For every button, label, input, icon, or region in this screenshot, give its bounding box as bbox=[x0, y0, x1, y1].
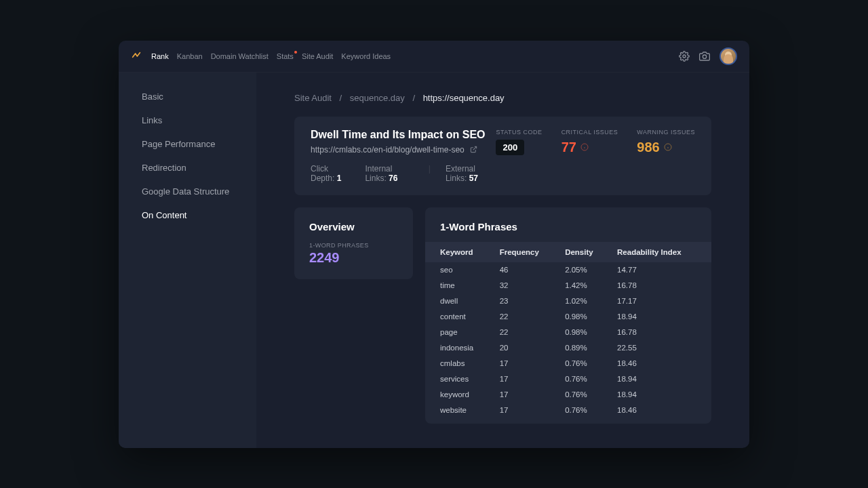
content: Overview 1-WORD PHRASES 2249 1-Word Phra… bbox=[294, 207, 711, 424]
nav-link-keyword-ideas[interactable]: Keyword Ideas bbox=[341, 52, 391, 60]
gear-icon[interactable] bbox=[679, 51, 690, 62]
cell: 0.98% bbox=[557, 325, 609, 340]
cell: 17 bbox=[492, 387, 557, 403]
warning-issues-metric: WARNING ISSUES 986 bbox=[637, 129, 695, 155]
sidebar-item-page-performance[interactable]: Page Performance bbox=[119, 132, 256, 156]
cell: 17.17 bbox=[609, 293, 711, 309]
info-icon[interactable] bbox=[664, 143, 672, 151]
table-row: content220.98%18.94 bbox=[425, 309, 711, 325]
breadcrumb-sep: / bbox=[412, 93, 415, 103]
breadcrumb-part[interactable]: Site Audit bbox=[294, 93, 332, 103]
cell: services bbox=[425, 371, 492, 387]
col-keyword[interactable]: Keyword bbox=[425, 242, 492, 262]
page-title: Dwell Time and Its Impact on SEO bbox=[311, 129, 496, 141]
cell: cmlabs bbox=[425, 356, 492, 371]
cell: 0.98% bbox=[557, 309, 609, 325]
cell: 17 bbox=[492, 356, 557, 371]
col-density[interactable]: Density bbox=[557, 242, 609, 262]
col-readability-index[interactable]: Readability Index bbox=[609, 242, 711, 262]
svg-line-2 bbox=[473, 146, 476, 150]
critical-issues-metric: CRITICAL ISSUES 77 bbox=[561, 129, 618, 155]
table-row: website170.76%18.46 bbox=[425, 403, 711, 418]
cell: 0.76% bbox=[557, 356, 609, 371]
page-stats: Click Depth: 1 Internal Links: 76 | Exte… bbox=[311, 164, 496, 183]
critical-issues-label: CRITICAL ISSUES bbox=[561, 129, 618, 136]
page-url-text: https://cmlabs.co/en-id/blog/dwell-time-… bbox=[311, 145, 465, 155]
cell: 22 bbox=[492, 309, 557, 325]
phrases-card: 1-Word Phrases KeywordFrequencyDensityRe… bbox=[425, 207, 711, 424]
external-links-value: 57 bbox=[469, 174, 478, 183]
cell: 16.78 bbox=[609, 278, 711, 293]
status-code-metric: STATUS CODE 200 bbox=[496, 129, 542, 155]
warning-issues-value: 986 bbox=[637, 140, 659, 155]
cell: 18.46 bbox=[609, 403, 711, 418]
table-row: cmlabs170.76%18.46 bbox=[425, 356, 711, 371]
cell: website bbox=[425, 403, 492, 418]
main: Site Audit / sequence.day / https://sequ… bbox=[256, 73, 749, 448]
table-row: services170.76%18.94 bbox=[425, 371, 711, 387]
status-code-label: STATUS CODE bbox=[496, 129, 542, 136]
cell: seo bbox=[425, 262, 492, 278]
overview-value: 2249 bbox=[309, 250, 398, 266]
topbar-right bbox=[679, 47, 737, 65]
cell: 22.55 bbox=[609, 340, 711, 356]
click-depth-value: 1 bbox=[337, 174, 342, 183]
camera-icon[interactable] bbox=[699, 51, 710, 62]
sidebar-item-on-content[interactable]: On Content bbox=[119, 203, 256, 227]
overview-card: Overview 1-WORD PHRASES 2249 bbox=[294, 207, 413, 279]
cell: 2.05% bbox=[557, 262, 609, 278]
cell: 1.42% bbox=[557, 278, 609, 293]
nav-link-site-audit[interactable]: Site Audit bbox=[302, 52, 333, 60]
svg-point-0 bbox=[683, 55, 686, 58]
cell: 23 bbox=[492, 293, 557, 309]
cell: 14.77 bbox=[609, 262, 711, 278]
stats-separator: | bbox=[429, 164, 431, 183]
sidebar-item-links[interactable]: Links bbox=[119, 108, 256, 132]
nav-link-stats[interactable]: Stats bbox=[277, 52, 294, 60]
cell: content bbox=[425, 309, 492, 325]
info-icon[interactable] bbox=[580, 143, 589, 151]
nav-link-domain-watchlist[interactable]: Domain Watchlist bbox=[211, 52, 269, 60]
body: BasicLinksPage PerformanceRedirectionGoo… bbox=[119, 73, 749, 448]
cell: dwell bbox=[425, 293, 492, 309]
click-depth-label: Click Depth: bbox=[311, 164, 334, 183]
table-row: time321.42%16.78 bbox=[425, 278, 711, 293]
nav-link-kanban[interactable]: Kanban bbox=[177, 52, 203, 60]
col-frequency[interactable]: Frequency bbox=[492, 242, 557, 262]
breadcrumb-current: https://sequence.day bbox=[423, 93, 505, 103]
overview-title: Overview bbox=[309, 221, 398, 232]
overview-sublabel: 1-WORD PHRASES bbox=[309, 242, 398, 249]
topbar: RankKanbanDomain WatchlistStatsSite Audi… bbox=[119, 41, 749, 73]
nav: RankKanbanDomain WatchlistStatsSite Audi… bbox=[151, 52, 391, 60]
sidebar-item-redirection[interactable]: Redirection bbox=[119, 156, 256, 180]
internal-links-value: 76 bbox=[389, 174, 397, 183]
page-header-card: Dwell Time and Its Impact on SEO https:/… bbox=[294, 117, 711, 195]
sidebar-item-google-data-structure[interactable]: Google Data Structure bbox=[119, 180, 256, 203]
table-row: page220.98%16.78 bbox=[425, 325, 711, 340]
cell: 1.02% bbox=[557, 293, 609, 309]
cell: 32 bbox=[492, 278, 557, 293]
cell: 0.89% bbox=[557, 340, 609, 356]
cell: 18.46 bbox=[609, 356, 711, 371]
nav-link-rank[interactable]: Rank bbox=[151, 52, 169, 60]
cell: 17 bbox=[492, 371, 557, 387]
cell: 18.94 bbox=[609, 371, 711, 387]
page-url[interactable]: https://cmlabs.co/en-id/blog/dwell-time-… bbox=[311, 145, 496, 155]
svg-point-1 bbox=[703, 55, 706, 58]
avatar[interactable] bbox=[719, 47, 737, 65]
phrases-table: KeywordFrequencyDensityReadability Index… bbox=[425, 242, 711, 418]
cell: 17 bbox=[492, 403, 557, 418]
cell: 20 bbox=[492, 340, 557, 356]
breadcrumb-sep: / bbox=[340, 93, 342, 103]
breadcrumb-part[interactable]: sequence.day bbox=[350, 93, 405, 103]
cell: 0.76% bbox=[557, 371, 609, 387]
table-row: dwell231.02%17.17 bbox=[425, 293, 711, 309]
external-link-icon bbox=[470, 146, 477, 153]
logo-icon bbox=[131, 51, 142, 62]
cell: indonesia bbox=[425, 340, 492, 356]
warning-issues-label: WARNING ISSUES bbox=[637, 129, 695, 136]
table-row: seo462.05%14.77 bbox=[425, 262, 711, 278]
sidebar-item-basic[interactable]: Basic bbox=[119, 85, 256, 108]
cell: time bbox=[425, 278, 492, 293]
status-code-value: 200 bbox=[496, 140, 524, 155]
